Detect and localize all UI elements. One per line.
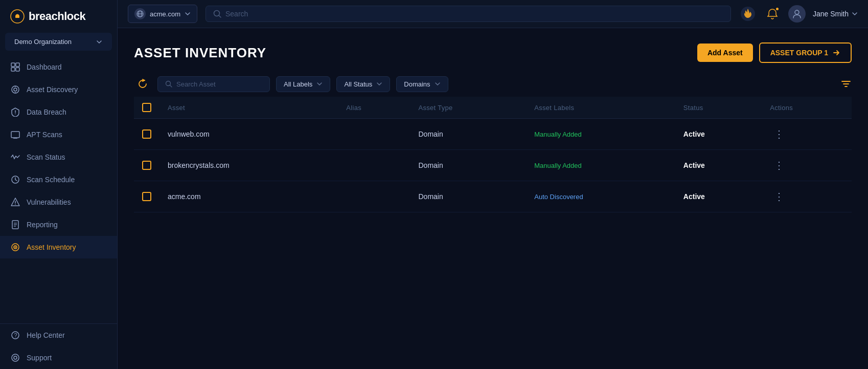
- row3-actions: ⋮: [762, 181, 852, 212]
- all-status-label: All Status: [344, 80, 372, 88]
- org-selector[interactable]: Demo Organization: [5, 33, 112, 51]
- flame-notification[interactable]: [739, 5, 757, 23]
- scan-schedule-icon: [10, 175, 20, 185]
- bell-notification[interactable]: [764, 5, 781, 23]
- nav-asset-discovery[interactable]: Asset Discovery: [0, 78, 117, 101]
- th-asset-type: Asset Type: [410, 97, 526, 119]
- row1-status-text: Active: [683, 130, 705, 138]
- nav-asset-inventory-label: Asset Inventory: [27, 243, 76, 251]
- asset-table: Asset Alias Asset Type Asset Labels Stat…: [134, 97, 852, 212]
- apt-scans-icon: [10, 129, 20, 140]
- row1-actions: ⋮: [762, 119, 852, 150]
- row2-label: Manually Added: [526, 150, 675, 181]
- svg-point-18: [15, 204, 16, 205]
- scan-status-icon: [10, 152, 20, 162]
- nav-support[interactable]: Support: [0, 346, 117, 369]
- svg-point-7: [14, 88, 17, 91]
- global-search[interactable]: [205, 6, 731, 22]
- nav-vulnerabilities[interactable]: Vulnerabilities: [0, 191, 117, 213]
- domains-label: Domains: [404, 80, 430, 88]
- row2-alias: [338, 150, 410, 181]
- nav-apt-scans[interactable]: APT Scans: [0, 123, 117, 146]
- row3-status-text: Active: [683, 192, 705, 201]
- row3-checkbox[interactable]: [142, 192, 151, 201]
- refresh-button[interactable]: [134, 75, 151, 93]
- topnav: acme.com: [118, 0, 868, 28]
- nav-scan-status-label: Scan Status: [27, 153, 65, 161]
- svg-point-28: [12, 354, 19, 361]
- nav-scan-status[interactable]: Scan Status: [0, 146, 117, 168]
- org-pill[interactable]: acme.com: [128, 5, 197, 23]
- filter-lines-icon: [840, 78, 852, 90]
- page-header: ASSET INVENTORY Add Asset ASSET GROUP 1: [134, 42, 852, 63]
- search-asset-input[interactable]: [176, 80, 258, 88]
- user-avatar[interactable]: [788, 5, 806, 23]
- svg-text:?: ?: [14, 332, 17, 338]
- vulnerabilities-icon: [10, 197, 20, 207]
- all-labels-label: All Labels: [284, 80, 312, 88]
- nav-reporting[interactable]: Reporting: [0, 213, 117, 236]
- svg-point-11: [15, 114, 16, 115]
- notification-badge: [775, 7, 780, 11]
- row1-label-text: Manually Added: [534, 131, 582, 138]
- topnav-right: Jane Smith: [739, 5, 858, 23]
- arrow-right-icon: [832, 49, 840, 57]
- row1-status: Active: [675, 119, 762, 150]
- add-asset-button[interactable]: Add Asset: [697, 44, 753, 62]
- table-controls: All Labels All Status Domains: [134, 75, 852, 93]
- svg-rect-2: [11, 63, 15, 67]
- chevron-down-icon: [96, 38, 103, 46]
- row1-label: Manually Added: [526, 119, 675, 150]
- nav-help-center[interactable]: ? Help Center: [0, 324, 117, 346]
- nav-asset-discovery-label: Asset Discovery: [27, 85, 78, 94]
- select-all-checkbox[interactable]: [142, 103, 151, 112]
- row2-status-text: Active: [683, 161, 705, 169]
- user-name-text: Jane Smith: [813, 10, 849, 18]
- row3-actions-button[interactable]: ⋮: [770, 188, 788, 205]
- nav-scan-schedule[interactable]: Scan Schedule: [0, 168, 117, 191]
- row1-checkbox[interactable]: [142, 129, 151, 139]
- domains-dropdown[interactable]: Domains: [396, 76, 448, 92]
- nav-asset-inventory[interactable]: Asset Inventory: [0, 236, 117, 258]
- filter-icon[interactable]: [840, 78, 852, 90]
- th-asset: Asset: [159, 97, 338, 119]
- row3-status: Active: [675, 181, 762, 212]
- logo-icon: [10, 9, 25, 24]
- row1-checkbox-cell: [134, 119, 159, 150]
- all-status-dropdown[interactable]: All Status: [336, 76, 390, 92]
- row3-type: Domain: [410, 181, 526, 212]
- row2-status: Active: [675, 150, 762, 181]
- table-body: vulnweb.com Domain Manually Added Active…: [134, 119, 852, 212]
- table-row: brokencrystals.com Domain Manually Added…: [134, 150, 852, 181]
- row2-checkbox-cell: [134, 150, 159, 181]
- row2-checkbox[interactable]: [142, 161, 151, 170]
- svg-rect-4: [11, 68, 15, 71]
- th-asset-labels: Asset Labels: [526, 97, 675, 119]
- search-asset-field[interactable]: [157, 76, 270, 92]
- nav-data-breach-label: Data Breach: [27, 108, 66, 116]
- nav-scan-schedule-label: Scan Schedule: [27, 176, 75, 184]
- row3-label-text: Auto Discovered: [534, 193, 583, 201]
- nav-dashboard[interactable]: Dashboard: [0, 56, 117, 78]
- svg-rect-12: [11, 132, 19, 138]
- row3-checkbox-cell: [134, 181, 159, 212]
- labels-chevron-icon: [316, 81, 323, 87]
- dashboard-icon: [10, 62, 20, 72]
- asset-group-button[interactable]: ASSET GROUP 1: [759, 42, 852, 63]
- row2-asset: brokencrystals.com: [159, 150, 338, 181]
- help-center-icon: ?: [10, 330, 20, 340]
- nav-data-breach[interactable]: Data Breach: [0, 101, 117, 123]
- all-labels-dropdown[interactable]: All Labels: [276, 76, 330, 92]
- th-alias: Alias: [338, 97, 410, 119]
- support-icon: [10, 353, 20, 363]
- global-search-input[interactable]: [225, 10, 723, 18]
- user-name-display[interactable]: Jane Smith: [813, 10, 858, 18]
- row1-actions-button[interactable]: ⋮: [770, 126, 788, 142]
- search-asset-icon: [165, 80, 172, 88]
- globe-icon: [134, 8, 146, 19]
- row2-actions-button[interactable]: ⋮: [770, 157, 788, 173]
- row3-label: Auto Discovered: [526, 181, 675, 212]
- nav-apt-scans-label: APT Scans: [27, 131, 62, 139]
- org-pill-label: acme.com: [150, 10, 180, 18]
- nav-vulnerabilities-label: Vulnerabilities: [27, 198, 71, 206]
